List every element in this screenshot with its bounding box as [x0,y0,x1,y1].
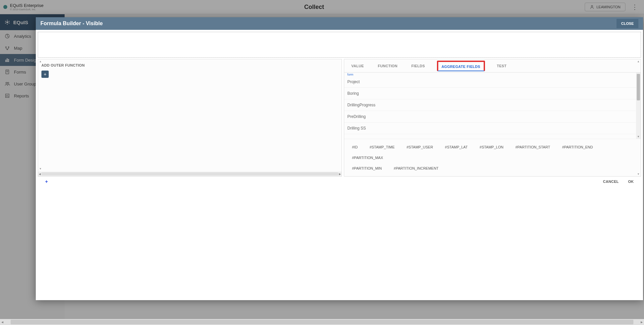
scroll-down-icon[interactable]: ▼ [637,173,640,176]
add-outer-label: ADD OUTER FUNCTION [41,63,338,67]
analytics-icon [5,33,10,39]
form-designer-icon [5,57,10,63]
sidebar-item-label: Forms [14,70,26,75]
page-horizontal-scrollbar[interactable]: ◀ ▶ [0,319,644,325]
forms-icon [5,69,10,75]
field-chip[interactable]: #PARTITION_START [510,142,556,152]
field-chip[interactable]: #PARTITION_END [556,142,599,152]
svg-point-18 [6,82,7,83]
svg-point-6 [5,23,6,24]
svg-point-11 [7,49,8,50]
close-button[interactable]: CLOSE [617,19,638,28]
svg-rect-14 [8,59,9,62]
scrollbar-thumb[interactable] [637,74,640,100]
svg-rect-20 [6,94,9,98]
users-icon [5,81,10,86]
scroll-up-icon[interactable]: ▲ [39,60,42,63]
add-outer-button[interactable]: + [41,71,49,78]
tab-value[interactable]: VALUE [349,60,366,72]
scroll-down-icon[interactable]: ▼ [39,167,42,170]
panel-tabs: VALUE FUNCTION FIELDS AGGREGATE FIELDS T… [344,59,641,73]
svg-point-7 [5,21,6,22]
svg-point-1 [6,21,8,23]
ok-button[interactable]: OK [628,180,634,184]
svg-point-0 [591,5,593,7]
cancel-button[interactable]: CANCEL [603,180,619,184]
svg-point-5 [7,24,8,25]
modal-footer: + CANCEL OK [38,177,641,184]
field-chip[interactable]: #STAMP_TIME [364,142,401,152]
field-chip[interactable]: #STAMP_LON [474,142,510,152]
svg-rect-15 [6,70,9,74]
scrollbar-track[interactable] [41,172,338,176]
scrollbar-track[interactable] [11,320,633,324]
svg-point-2 [7,20,8,21]
add-button[interactable]: + [45,179,48,184]
scroll-right-icon[interactable]: ▶ [339,173,341,176]
field-chip[interactable]: #PARTITION_INCREMENT [388,163,445,174]
field-chip[interactable]: #ID [346,142,364,152]
scroll-up-icon[interactable]: ▲ [637,60,640,63]
fields-list: form Project Boring DrillingProgress Pre… [344,73,636,139]
user-name: LEAMINGTON [596,5,620,9]
modal-title: Formula Builder - Visible [40,21,103,27]
reports-icon [5,93,10,98]
token-chips: #ID #STAMP_TIME #STAMP_USER #STAMP_LAT #… [344,139,641,176]
scroll-right-icon[interactable]: ▶ [639,321,644,324]
list-item[interactable]: DrillingProgress [344,99,636,111]
formula-builder-modal: Formula Builder - Visible CLOSE ▲ ▼ ADD … [36,17,643,300]
fields-panel: ▲ ▼ VALUE FUNCTION FIELDS AGGREGATE FIEL… [344,59,641,177]
field-chip[interactable]: #PARTITION_MAX [346,152,389,163]
svg-point-8 [5,34,9,38]
vertical-scrollbar[interactable]: ▼ [636,73,641,139]
sidebar-item-label: Map [14,46,22,51]
user-menu-button[interactable]: LEAMINGTON [585,3,625,11]
list-item[interactable]: PreDrilling [344,111,636,123]
svg-rect-12 [6,60,6,62]
tab-function[interactable]: FUNCTION [376,60,399,72]
list-item[interactable]: Project [344,76,636,88]
sidebar-item-label: Reports [14,93,29,98]
horizontal-scrollbar[interactable]: ◀ ▶ [38,172,342,176]
scroll-left-icon[interactable]: ◀ [0,321,5,324]
list-item[interactable]: Boring [344,88,636,99]
top-bar: EQuIS Enterprise © 2019 EarthSoft, Inc. … [0,0,644,14]
svg-point-9 [6,47,7,48]
sidebar-title: EQuIS [13,20,28,25]
formula-input[interactable] [38,32,641,58]
map-icon [5,45,10,51]
svg-point-19 [8,82,9,83]
scroll-left-icon[interactable]: ◀ [39,173,41,176]
more-menu-icon[interactable]: ⋮ [629,3,641,11]
app-brand: EQuIS Enterprise [10,3,43,8]
page-title: Collect [304,4,324,11]
svg-rect-13 [7,59,8,62]
tab-aggregate-fields[interactable]: AGGREGATE FIELDS [437,61,485,71]
svg-point-3 [9,21,10,22]
app-logo-icon [3,5,7,9]
form-hint: form [344,73,636,76]
svg-point-4 [9,23,10,24]
tab-test[interactable]: TEST [495,60,509,72]
user-icon [590,5,594,9]
sidebar-item-label: User Groups [14,81,38,86]
modal-header: Formula Builder - Visible CLOSE [36,17,643,30]
scroll-down-icon[interactable]: ▼ [637,135,640,138]
field-chip[interactable]: #STAMP_LAT [439,142,474,152]
brand-icon [5,20,10,25]
outer-function-panel: ▲ ▼ ADD OUTER FUNCTION + ◀ ▶ [38,59,342,177]
app-subtitle: © 2019 EarthSoft, Inc. [10,8,43,11]
field-chip[interactable]: #STAMP_USER [401,142,439,152]
tab-fields[interactable]: FIELDS [409,60,427,72]
field-chip[interactable]: #PARTITION_MIN [346,163,388,174]
svg-point-10 [8,47,9,48]
sidebar-item-label: Analytics [14,34,31,39]
list-item[interactable]: Drilling SS [344,123,636,134]
